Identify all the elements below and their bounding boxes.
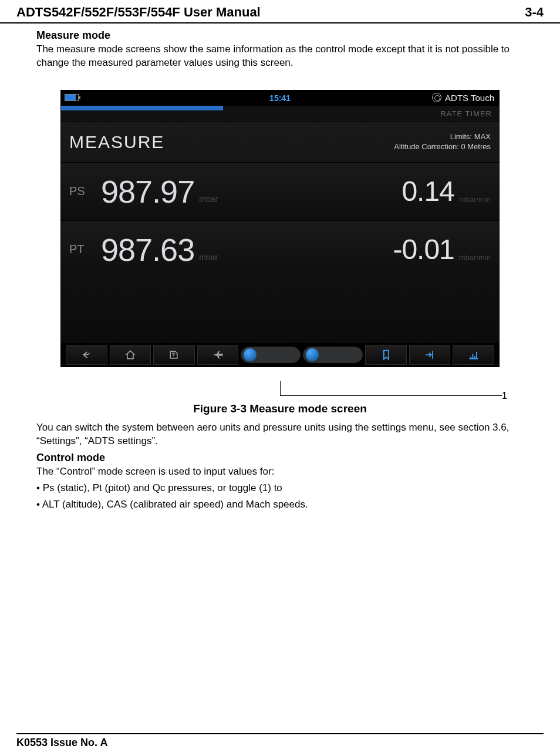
back-icon	[80, 349, 92, 361]
callout-line-horizontal	[280, 395, 502, 396]
gauge-units-toggle[interactable]	[241, 347, 301, 363]
channel-unit: mbar	[199, 253, 218, 268]
home-button[interactable]	[110, 345, 151, 365]
channel-label: PS	[69, 184, 101, 198]
channel-row-pt[interactable]: PT 987.63 mbar -0.01 mbar/min	[61, 220, 499, 278]
channel-rate: -0.01	[393, 233, 454, 266]
callout-number-1: 1	[502, 391, 507, 401]
channel-rate-unit: mbar/min	[459, 253, 491, 268]
gauge-toggle-icon	[244, 348, 257, 361]
bullet-ps-pt-qc: • Ps (static), Pt (pitot) and Qc pressur…	[36, 481, 524, 496]
graph-icon	[468, 349, 480, 361]
mode-label: MEASURE	[69, 132, 164, 152]
doc-title: ADTS542F/552F/553F/554F User Manual	[16, 5, 261, 20]
aircraft-icon	[212, 349, 224, 361]
page-number: 3-4	[525, 5, 544, 20]
aero-pressure-toggle[interactable]	[303, 347, 363, 363]
units-toggle-icon	[306, 348, 319, 361]
channel-rate-unit: mbar/min	[459, 195, 491, 210]
ge-logo-icon	[432, 93, 441, 102]
vent-icon	[424, 349, 436, 361]
altitude-correction-text: Altitude Correction: 0 Metres	[394, 142, 491, 152]
status-clock: 15:41	[269, 93, 291, 103]
vent-button[interactable]	[409, 345, 451, 365]
rate-timer-label: RATE TIMER	[440, 109, 492, 118]
help-button[interactable]	[153, 345, 195, 365]
brand-label: ADTS Touch	[432, 93, 494, 103]
after-figure-paragraph: You can switch the system between aero u…	[36, 421, 524, 448]
adts-touch-screen: 15:41 ADTS Touch RATE TIMER MEASURE Limi…	[60, 90, 500, 367]
hold-button[interactable]	[365, 345, 407, 365]
channel-unit: mbar	[199, 194, 218, 210]
back-button[interactable]	[66, 345, 107, 365]
home-icon	[124, 349, 136, 361]
channel-rate: 0.14	[402, 175, 454, 207]
measure-mode-heading: Measure mode	[36, 29, 524, 42]
control-mode-heading: Control mode	[36, 452, 524, 464]
channel-label: PT	[69, 243, 101, 256]
doc-footer: K0553 Issue No. A	[16, 733, 544, 749]
hold-icon	[380, 349, 392, 361]
mode-header: MEASURE Limits: MAX Altitude Correction:…	[61, 122, 499, 162]
callout-line-vertical	[280, 381, 281, 395]
channel-row-ps[interactable]: PS 987.97 mbar 0.14 mbar/min	[61, 162, 499, 220]
bullet-alt-cas-mach: • ALT (altitude), CAS (calibrated air sp…	[36, 498, 524, 512]
help-icon	[168, 349, 180, 361]
measure-mode-paragraph: The measure mode screens show the same i…	[36, 43, 524, 70]
doc-header: ADTS542F/552F/553F/554F User Manual 3-4	[0, 0, 560, 23]
channel-value: 987.97	[101, 173, 194, 210]
status-bar: 15:41 ADTS Touch	[61, 90, 499, 106]
figure-caption: Figure 3-3 Measure mode screen	[36, 402, 524, 415]
aircraft-button[interactable]	[197, 345, 239, 365]
bottom-toolbar	[61, 343, 499, 367]
screenshot-figure: 15:41 ADTS Touch RATE TIMER MEASURE Limi…	[60, 90, 500, 367]
progress-indicator	[61, 106, 223, 110]
limits-text: Limits: MAX	[394, 132, 491, 142]
control-mode-intro: The “Control” mode screen is used to inp…	[36, 465, 524, 479]
mode-meta: Limits: MAX Altitude Correction: 0 Metre…	[394, 132, 491, 152]
battery-icon	[65, 94, 79, 101]
graph-button[interactable]	[453, 345, 494, 365]
channel-value: 987.63	[101, 231, 194, 268]
brand-text: ADTS Touch	[445, 93, 494, 103]
